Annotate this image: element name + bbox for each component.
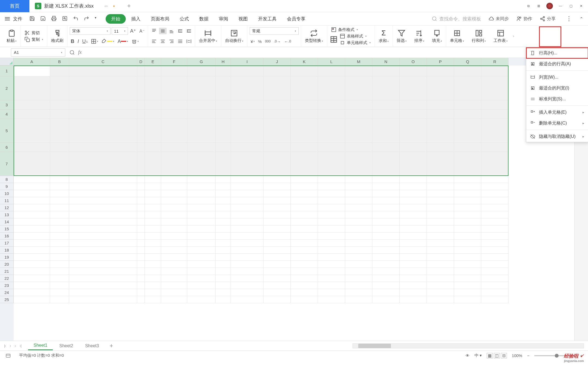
border-button[interactable]: ▾	[90, 38, 99, 45]
distribute-icon[interactable]	[185, 38, 193, 45]
menu-autofit-row[interactable]: A最适合的行高(A)	[526, 58, 588, 69]
clear-format-button[interactable]: ▾	[130, 38, 140, 45]
status-mode-icon[interactable]	[5, 353, 11, 358]
horizontal-scrollbar[interactable]	[353, 343, 584, 348]
tab-start[interactable]: 开始	[106, 14, 126, 24]
view-normal-icon[interactable]: ▦	[487, 353, 493, 358]
col-header-O[interactable]: O	[400, 58, 427, 66]
row-header[interactable]: 14	[0, 218, 14, 225]
filter-button[interactable]: 筛选▾	[395, 29, 408, 43]
menu-hide-unhide[interactable]: 隐藏与取消隐藏(U)▸	[526, 131, 588, 142]
row-header[interactable]: 13	[0, 211, 14, 218]
row-header[interactable]: 5	[0, 119, 14, 143]
row-header[interactable]: 10	[0, 190, 14, 197]
col-header-G[interactable]: G	[187, 58, 216, 66]
view-page-icon[interactable]: ◫	[494, 353, 500, 358]
format-painter-button[interactable]: 格式刷	[50, 29, 65, 43]
apps-icon[interactable]: ⊞	[536, 3, 541, 9]
zoom-formula-icon[interactable]	[69, 50, 75, 55]
fill-button[interactable]: 填充▾	[430, 29, 444, 43]
merge-center-button[interactable]: 合并居中▾	[197, 29, 219, 43]
underline-button[interactable]: U▾	[81, 38, 89, 45]
col-header-N[interactable]: N	[372, 58, 400, 66]
align-bottom-icon[interactable]	[168, 28, 175, 34]
table-style-button[interactable]: 表格样式▾	[338, 33, 372, 39]
menu-std-col[interactable]: 标准列宽(S)...	[526, 94, 588, 104]
col-header-Q[interactable]: Q	[454, 58, 481, 66]
cut-button[interactable]: 剪切	[23, 30, 45, 36]
cond-format-button[interactable]: 条件格式▾	[329, 26, 372, 33]
type-convert-button[interactable]: 类型转换▾	[303, 29, 325, 43]
save-as-icon[interactable]	[40, 16, 46, 22]
comma-style-icon[interactable]: 000	[264, 39, 272, 44]
tab-developer[interactable]: 开发工具	[253, 14, 281, 24]
redo-icon[interactable]	[84, 16, 89, 22]
col-header-I[interactable]: I	[231, 58, 264, 66]
row-header[interactable]: 15	[0, 225, 14, 232]
decrease-font-icon[interactable]: A⁻	[138, 28, 146, 34]
sync-status[interactable]: 未同步	[489, 16, 509, 22]
percent-icon[interactable]: %	[257, 39, 263, 44]
tab-formula[interactable]: 公式	[175, 14, 194, 24]
menu-row-height[interactable]: 行高(H)...	[526, 48, 588, 58]
menu-col-width[interactable]: 列宽(W)...	[526, 72, 588, 83]
row-header[interactable]: 18	[0, 247, 14, 254]
collab-button[interactable]: 协作	[516, 16, 532, 22]
row-header[interactable]: 21	[0, 268, 14, 275]
tab-page-layout[interactable]: 页面布局	[146, 14, 174, 24]
increase-indent-icon[interactable]	[185, 28, 193, 34]
row-header[interactable]: 23	[0, 282, 14, 289]
sheet-tab-2[interactable]: Sheet2	[54, 342, 79, 350]
align-middle-icon[interactable]	[159, 28, 167, 34]
row-header[interactable]: 6	[0, 143, 14, 152]
increase-font-icon[interactable]: A⁺	[129, 27, 137, 35]
align-right-icon[interactable]	[168, 38, 175, 45]
lang-icon[interactable]: 中 ▾	[474, 353, 482, 358]
collapse-ribbon-icon[interactable]: ⌃	[580, 16, 583, 21]
justify-icon[interactable]	[176, 38, 184, 45]
italic-button[interactable]: I	[76, 38, 80, 45]
menu-insert-cell[interactable]: 插入单元格(E)▸	[526, 107, 588, 118]
eye-mode-icon[interactable]: 👁	[465, 353, 470, 358]
row-header[interactable]: 7	[0, 152, 14, 176]
undo-icon[interactable]	[73, 16, 78, 22]
tab-view[interactable]: 视图	[234, 14, 253, 24]
minimize-icon[interactable]: —	[558, 3, 563, 9]
col-header-H[interactable]: H	[216, 58, 231, 66]
paste-button[interactable]: 粘贴▾	[5, 29, 18, 43]
tab-home[interactable]: 首页	[0, 0, 29, 12]
row-header[interactable]: 16	[0, 232, 14, 240]
cell-button[interactable]: 单元格▾	[448, 29, 466, 43]
sum-button[interactable]: Σ求和▾	[377, 29, 390, 44]
col-header-R[interactable]: R	[481, 58, 509, 66]
menu-autofit-col[interactable]: a最适合的列宽(I)	[526, 83, 588, 94]
table-style-icon-button[interactable]	[329, 33, 338, 46]
row-header[interactable]: 22	[0, 275, 14, 282]
align-center-icon[interactable]	[159, 38, 167, 45]
fx-label[interactable]: fx	[78, 49, 82, 55]
cells-area[interactable]	[14, 66, 574, 303]
row-header[interactable]: 11	[0, 197, 14, 204]
ribbon-scroll-icon[interactable]: ›	[512, 26, 516, 47]
save-icon[interactable]	[29, 16, 35, 22]
worksheet-button[interactable]: 工作表▾	[492, 29, 509, 43]
number-format-select[interactable]: 常规▾	[250, 27, 299, 35]
row-header[interactable]: 24	[0, 289, 14, 296]
sheet-nav-next-icon[interactable]: ›	[15, 344, 16, 348]
align-left-icon[interactable]	[150, 38, 158, 45]
new-tab-button[interactable]: +	[127, 2, 131, 10]
zoom-value[interactable]: 100%	[512, 353, 522, 358]
view-break-icon[interactable]: ⊟	[501, 353, 507, 358]
qat-dropdown-icon[interactable]: ▾	[95, 16, 96, 22]
row-col-button[interactable]: 行和列▾	[470, 29, 488, 43]
sheet-tab-3[interactable]: Sheet3	[80, 342, 105, 350]
share-button[interactable]: 分享	[540, 16, 556, 22]
col-header-J[interactable]: J	[264, 58, 291, 66]
document-tab[interactable]: S 新建 XLSX 工作表.xlsx ▭ ●	[29, 0, 120, 12]
bold-button[interactable]: B	[70, 38, 75, 45]
row-header[interactable]: 2	[0, 76, 14, 100]
col-header-L[interactable]: L	[318, 58, 345, 66]
row-header[interactable]: 4	[0, 110, 14, 119]
col-header-B[interactable]: B	[50, 58, 69, 66]
col-header-E[interactable]: E	[145, 58, 161, 66]
